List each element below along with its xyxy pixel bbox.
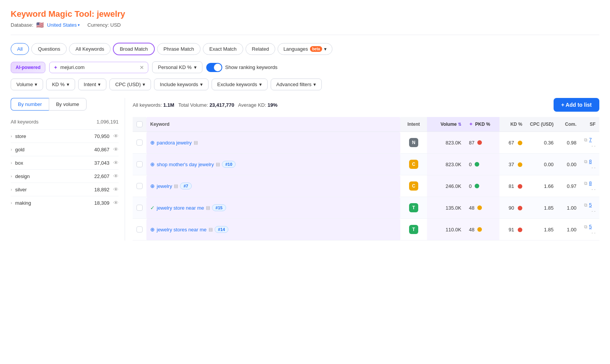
intent-badge: C	[409, 181, 418, 191]
table-summary: All keywords: 1.1M Total Volume: 23,417,…	[133, 98, 599, 112]
col-keyword-label: Keyword	[150, 122, 170, 127]
sidebar-item-store[interactable]: › store 70,950 👁	[11, 129, 119, 143]
add-keyword-icon[interactable]: ⊕	[150, 226, 155, 233]
sf-value[interactable]: 8	[589, 159, 592, 164]
copy-icon[interactable]: ⧉	[584, 159, 588, 164]
copy-icon[interactable]: ⧉	[584, 137, 588, 143]
advanced-filters[interactable]: Advanced filters ▾	[271, 79, 322, 90]
kd-dot	[518, 184, 522, 189]
intent-badge: T	[409, 203, 418, 212]
eye-icon[interactable]: 👁	[113, 200, 119, 206]
cpc-filter-label: CPC (USD)	[115, 82, 141, 87]
com-cell: 0.98	[557, 132, 580, 154]
keyword-link[interactable]: pandora jewelry	[157, 140, 192, 146]
include-keywords-filter[interactable]: Include keywords ▾	[154, 79, 208, 90]
add-keyword-icon[interactable]: ⊕	[150, 183, 155, 189]
kd-value: 81	[509, 183, 514, 189]
tab-questions[interactable]: Questions	[31, 43, 67, 55]
summary-prefix: All keywords:	[133, 102, 162, 108]
row-checkbox[interactable]	[136, 205, 143, 211]
advanced-filters-label: Advanced filters	[276, 82, 312, 87]
row-checkbox-cell	[133, 175, 146, 197]
sparkle-pkd-icon: ✦	[469, 122, 473, 127]
volume-filter[interactable]: Volume ▾	[11, 79, 43, 90]
domain-input[interactable]	[60, 64, 137, 70]
sf-value[interactable]: 7	[589, 137, 592, 143]
table-icon: ▤	[206, 205, 210, 210]
keyword-link[interactable]: jewelry store near me	[157, 205, 204, 211]
intent-cell: C	[400, 175, 427, 197]
sidebar-item-design[interactable]: › design 22,607 👁	[11, 169, 119, 183]
check-keyword-icon[interactable]: ✓	[150, 205, 155, 211]
pkd-dot	[477, 140, 482, 145]
sf-value[interactable]: 5	[589, 202, 592, 208]
tab-exact-match[interactable]: Exact Match	[203, 43, 243, 55]
kd-cell: 37	[499, 154, 526, 175]
kd-filter[interactable]: KD % ▾	[46, 79, 75, 90]
keyword-link[interactable]: jewelry stores near me	[157, 227, 207, 233]
row-checkbox[interactable]	[136, 140, 143, 146]
sf-value[interactable]: 5	[589, 224, 592, 229]
keyword-link[interactable]: shop mother's day jewelry	[157, 162, 214, 167]
intent-cell: T	[400, 197, 427, 219]
keyword-link[interactable]: jewelry	[157, 183, 172, 189]
tab-all-keywords[interactable]: All Keywords	[69, 43, 111, 55]
eye-icon[interactable]: 👁	[113, 160, 119, 166]
sidebar-item-silver[interactable]: › silver 18,892 👁	[11, 183, 119, 196]
tab-related[interactable]: Related	[246, 43, 276, 55]
languages-label: Languages	[283, 46, 308, 52]
row-checkbox[interactable]	[136, 161, 143, 167]
flag-icon: 🇺🇸	[36, 21, 44, 29]
country-selector[interactable]: United States ▾	[47, 22, 80, 28]
chevron-right-icon: ›	[11, 134, 12, 138]
tabs-row: All Questions All Keywords Broad Match P…	[11, 43, 599, 55]
search-keyword: jewelry	[97, 9, 125, 19]
eye-icon[interactable]: 👁	[113, 186, 119, 192]
row-checkbox-cell	[133, 197, 146, 219]
sidebar-item-gold[interactable]: › gold 40,867 👁	[11, 143, 119, 156]
sidebar-tab-by-number[interactable]: By number	[11, 98, 49, 111]
copy-icon[interactable]: ⧉	[584, 181, 588, 186]
eye-icon[interactable]: 👁	[113, 146, 119, 152]
sf-dash: - -	[592, 208, 596, 213]
show-ranking-toggle[interactable]	[206, 63, 222, 72]
table-row: ⊕ jewelry ▤ #7 C 246.0K	[133, 175, 599, 197]
pkd-cell: 48	[465, 197, 499, 219]
th-com: Com.	[557, 117, 580, 132]
add-keyword-icon[interactable]: ⊕	[150, 140, 155, 146]
sidebar-item-box[interactable]: › box 37,043 👁	[11, 156, 119, 169]
eye-icon[interactable]: 👁	[113, 173, 119, 179]
sf-dash: - -	[592, 230, 596, 235]
sf-cell: ⧉ 5 - -	[580, 219, 599, 241]
clear-input-button[interactable]: ✕	[140, 64, 144, 71]
sf-value[interactable]: 8	[589, 180, 592, 186]
sidebar-item-making[interactable]: › making 18,309 👁	[11, 196, 119, 209]
select-all-checkbox[interactable]	[136, 121, 143, 127]
pkd-cell: 48	[465, 219, 499, 241]
sidebar-all-keywords-label: All keywords	[11, 119, 39, 125]
row-checkbox[interactable]	[136, 226, 143, 233]
add-keyword-icon[interactable]: ⊕	[150, 161, 155, 167]
eye-icon[interactable]: 👁	[113, 133, 119, 139]
add-to-list-button[interactable]: + Add to list	[554, 98, 599, 112]
copy-icon[interactable]: ⧉	[584, 224, 588, 229]
pkd-dot	[477, 205, 482, 210]
copy-icon[interactable]: ⧉	[584, 202, 588, 208]
chevron-right-icon: ›	[11, 174, 12, 178]
intent-filter[interactable]: Intent ▾	[78, 79, 107, 90]
row-checkbox[interactable]	[136, 183, 143, 189]
th-volume[interactable]: Volume ⇅	[427, 117, 465, 132]
exclude-keywords-filter[interactable]: Exclude keywords ▾	[212, 79, 268, 90]
kd-cell: 91	[499, 219, 526, 241]
sf-cell: ⧉ 5 - -	[580, 197, 599, 219]
sidebar-item-store-left: › store	[11, 133, 26, 139]
tab-all[interactable]: All	[11, 43, 29, 55]
sidebar-tab-by-volume[interactable]: By volume	[49, 98, 87, 111]
tab-broad-match[interactable]: Broad Match	[113, 43, 155, 55]
languages-dropdown[interactable]: Languages beta ▾	[278, 43, 332, 55]
personal-kd-dropdown[interactable]: Personal KD % ▾	[152, 61, 202, 73]
cpc-filter[interactable]: CPC (USD) ▾	[109, 79, 151, 90]
kd-dot	[518, 141, 522, 145]
intent-filter-label: Intent	[84, 82, 96, 87]
tab-phrase-match[interactable]: Phrase Match	[157, 43, 201, 55]
